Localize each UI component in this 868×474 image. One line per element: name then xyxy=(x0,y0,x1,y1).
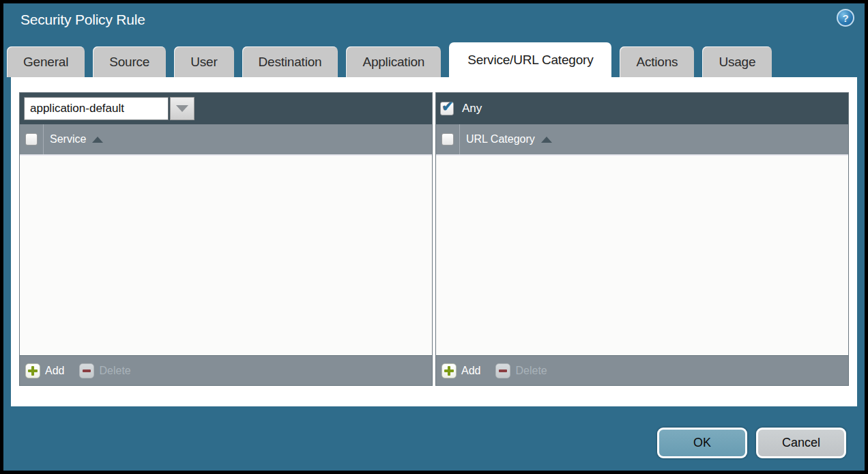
tab-content-area: Service Add Delete xyxy=(11,77,857,406)
url-category-select-all-checkbox[interactable] xyxy=(442,133,454,145)
service-panel-footer: Add Delete xyxy=(20,355,432,385)
url-category-delete-button[interactable]: Delete xyxy=(495,363,547,378)
url-category-panel: Any URL Category Add xyxy=(435,92,849,386)
service-delete-button[interactable]: Delete xyxy=(79,363,130,378)
any-checkbox-label[interactable]: Any xyxy=(462,102,482,115)
service-add-button[interactable]: Add xyxy=(25,363,64,378)
plus-icon xyxy=(442,363,457,378)
service-column-header: Service xyxy=(20,124,432,156)
url-category-add-button[interactable]: Add xyxy=(442,363,480,378)
minus-icon xyxy=(79,363,94,378)
dialog-button-row: OK Cancel xyxy=(657,428,846,458)
service-type-input[interactable] xyxy=(24,97,169,120)
minus-icon xyxy=(495,363,510,378)
delete-button-label: Delete xyxy=(99,365,130,377)
security-policy-rule-dialog: Security Policy Rule ? General Source Us… xyxy=(0,0,868,474)
url-category-column-header: URL Category xyxy=(436,124,848,156)
tab-application[interactable]: Application xyxy=(346,46,441,77)
sort-ascending-icon[interactable] xyxy=(541,137,552,143)
sort-ascending-icon[interactable] xyxy=(92,137,103,143)
ok-button[interactable]: OK xyxy=(657,428,747,458)
service-column-label[interactable]: Service xyxy=(50,133,86,145)
service-type-dropdown-button[interactable] xyxy=(170,97,194,120)
plus-icon xyxy=(25,363,40,378)
tab-general[interactable]: General xyxy=(7,46,85,77)
tab-usage[interactable]: Usage xyxy=(702,46,772,77)
add-button-label: Add xyxy=(461,365,480,377)
url-category-column-label[interactable]: URL Category xyxy=(466,133,535,145)
any-checkbox[interactable] xyxy=(440,102,454,115)
tab-destination[interactable]: Destination xyxy=(242,46,338,77)
service-panel-header xyxy=(20,93,432,124)
service-panel: Service Add Delete xyxy=(19,92,433,386)
help-icon[interactable]: ? xyxy=(837,9,854,27)
dialog-title: Security Policy Rule xyxy=(20,12,145,28)
tab-user[interactable]: User xyxy=(174,46,233,77)
url-category-panel-footer: Add Delete xyxy=(436,355,848,385)
help-icon-glyph: ? xyxy=(842,12,848,24)
delete-button-label: Delete xyxy=(515,365,547,377)
service-type-combo xyxy=(24,97,194,120)
service-table-body xyxy=(20,156,432,355)
tab-actions[interactable]: Actions xyxy=(620,46,694,77)
url-category-table-body xyxy=(436,156,848,355)
tab-service-url-category[interactable]: Service/URL Category xyxy=(449,42,611,77)
title-bar: Security Policy Rule ? xyxy=(3,3,865,41)
tab-source[interactable]: Source xyxy=(93,46,166,77)
url-category-panel-header: Any xyxy=(436,93,848,124)
chevron-down-icon xyxy=(176,105,188,112)
tab-bar: General Source User Destination Applicat… xyxy=(7,42,772,77)
url-category-header-checkbox-cell xyxy=(436,124,460,154)
cancel-button[interactable]: Cancel xyxy=(756,428,846,458)
service-header-checkbox-cell xyxy=(20,124,44,154)
panels-container: Service Add Delete xyxy=(11,77,857,386)
add-button-label: Add xyxy=(45,365,64,377)
service-select-all-checkbox[interactable] xyxy=(25,133,38,145)
